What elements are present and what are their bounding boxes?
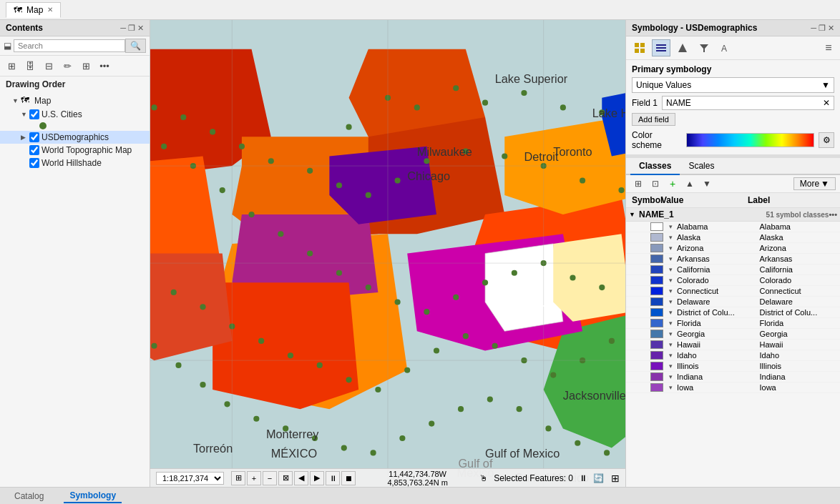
sym-overflow-btn[interactable]: ≡ <box>821 41 836 55</box>
sym-state-row[interactable]: ▾ District of Colu... District of Colu..… <box>626 307 840 318</box>
expand-usdem-icon[interactable]: ▶ <box>21 134 29 141</box>
sym-swatch[interactable] <box>650 372 663 381</box>
svg-point-73 <box>609 338 615 344</box>
map-tab-close[interactable]: ✕ <box>47 6 53 14</box>
nav-left-btn[interactable]: ⊞ <box>231 471 245 485</box>
sym-filter-btn[interactable] <box>695 39 713 56</box>
layer-item-world-topo[interactable]: World Topographic Map <box>0 144 150 157</box>
group-ellipsis-btn[interactable]: ••• <box>829 210 837 219</box>
sym-swatch[interactable] <box>650 244 663 252</box>
sym-primary-btn[interactable] <box>652 39 670 56</box>
sym-vary-btn[interactable] <box>673 39 692 56</box>
sym-state-row[interactable]: ▾ Alabama Alabama <box>626 222 840 232</box>
sym-state-row[interactable]: ▾ Florida Florida <box>626 318 840 329</box>
map-tab[interactable]: 🗺 Map ✕ <box>6 2 61 18</box>
nav-zoom-out-btn[interactable]: − <box>263 471 277 485</box>
list-view-btn[interactable]: ⊞ <box>4 58 19 74</box>
panel-close-btn[interactable]: ✕ <box>137 24 144 33</box>
sym-row-swatch-area <box>648 330 669 338</box>
unique-values-dropdown[interactable]: Unique Values ▼ <box>632 77 834 93</box>
sym-down-btn[interactable]: ▼ <box>699 177 715 191</box>
sym-swatch[interactable] <box>650 362 663 370</box>
add-field-button[interactable]: Add field <box>632 113 675 126</box>
sym-state-row[interactable]: ▾ Idaho Idaho <box>626 350 840 361</box>
sym-swatch[interactable] <box>650 297 663 306</box>
sym-minimize-btn[interactable]: ─ <box>811 24 816 33</box>
sym-state-row[interactable]: ▾ Alaska Alaska <box>626 232 840 243</box>
sym-add-btn[interactable]: + <box>665 177 680 191</box>
sym-swatch[interactable] <box>650 330 663 338</box>
search-input[interactable] <box>14 39 125 52</box>
sym-select-all-btn[interactable]: ⊞ <box>630 177 646 191</box>
sym-state-row[interactable]: ▾ Illinois Illinois <box>626 361 840 372</box>
filter-btn[interactable]: ⊟ <box>41 58 57 74</box>
nav-full-extent-btn[interactable]: ⊠ <box>278 471 293 485</box>
sym-state-row[interactable]: ▾ Arkansas Arkansas <box>626 254 840 265</box>
sym-list: ▾ Alabama Alabama ▾ Alaska Alaska ▾ Ariz… <box>626 222 840 487</box>
sym-state-row[interactable]: ▾ California California <box>626 265 840 275</box>
sym-state-row[interactable]: ▾ Indiana Indiana <box>626 372 840 382</box>
sym-state-row[interactable]: ▾ Delaware Delaware <box>626 297 840 307</box>
sym-state-row[interactable]: ▾ Arizona Arizona <box>626 243 840 254</box>
field1-input[interactable]: NAME ✕ <box>662 96 834 110</box>
sym-up-btn[interactable]: ▲ <box>682 177 698 191</box>
sym-swatch[interactable] <box>650 308 663 317</box>
sym-swatch[interactable] <box>650 222 663 231</box>
sym-close-btn[interactable]: ✕ <box>828 24 834 33</box>
panel-restore-btn[interactable]: ❐ <box>128 24 135 33</box>
sym-swatch[interactable] <box>650 233 663 242</box>
pause-sync-btn[interactable]: ⏸ <box>579 473 587 483</box>
catalog-tab[interactable]: Catalog <box>9 490 49 503</box>
sym-swatch[interactable] <box>650 265 663 274</box>
sym-restore-btn[interactable]: ❐ <box>819 24 826 33</box>
svg-point-58 <box>336 270 342 276</box>
color-scheme-settings-btn[interactable]: ⚙ <box>819 132 834 148</box>
group-expand-icon[interactable]: ▼ <box>629 211 639 218</box>
sym-state-row[interactable]: ▾ Georgia Georgia <box>626 329 840 340</box>
nav-stop-btn[interactable]: ⏹ <box>341 471 356 485</box>
nav-next-extent-btn[interactable]: ▶ <box>310 471 324 485</box>
sym-state-row[interactable]: ▾ Hawaii Hawaii <box>626 340 840 350</box>
world-topo-checkbox[interactable] <box>29 145 39 155</box>
panel-minimize-btn[interactable]: ─ <box>120 24 126 33</box>
more-button[interactable]: More ▼ <box>793 177 836 190</box>
refresh-btn[interactable]: 🔄 <box>593 473 604 483</box>
usdem-checkbox[interactable] <box>29 132 39 142</box>
layer-item-map[interactable]: ▼ 🗺 Map <box>0 94 150 108</box>
nav-zoom-in-btn[interactable]: + <box>247 471 261 485</box>
layer-item-usdemographics[interactable]: ▶ USDemographics <box>0 131 150 144</box>
edit-btn[interactable]: ✏ <box>59 58 75 74</box>
world-hillshade-checkbox[interactable] <box>29 158 39 168</box>
map-corner-btn[interactable]: ⊞ <box>611 473 620 484</box>
sym-swatch[interactable] <box>650 276 663 285</box>
sym-gallery-btn[interactable] <box>630 39 649 56</box>
expand-map-icon[interactable]: ▼ <box>12 97 21 104</box>
tab-classes[interactable]: Classes <box>630 158 680 175</box>
sym-labels-btn[interactable]: A <box>716 39 735 56</box>
sym-swatch[interactable] <box>650 319 663 327</box>
sym-state-row[interactable]: ▾ Iowa Iowa <box>626 382 840 393</box>
sym-swatch[interactable] <box>650 287 663 295</box>
search-button[interactable]: 🔍 <box>125 39 146 53</box>
sym-state-row[interactable]: ▾ Connecticut Connecticut <box>626 286 840 297</box>
database-btn[interactable]: 🗄 <box>22 58 38 74</box>
sym-swatch[interactable] <box>650 255 663 263</box>
layer-item-us-cities[interactable]: ▼ U.S. Cities <box>0 108 150 121</box>
more-tools-btn[interactable]: ••• <box>97 58 112 74</box>
nav-prev-extent-btn[interactable]: ◀ <box>294 471 308 485</box>
sym-swatch[interactable] <box>650 383 663 392</box>
symbology-tab[interactable]: Symbology <box>64 489 122 503</box>
layer-item-world-hillshade[interactable]: World Hillshade <box>0 157 150 169</box>
tab-scales[interactable]: Scales <box>680 158 723 175</box>
sym-swatch[interactable] <box>650 351 663 360</box>
grid-btn[interactable]: ⊞ <box>78 58 94 74</box>
map-area[interactable]: Lake Superior Lake Huron Toronto Ottawa … <box>150 20 625 487</box>
color-scheme-bar[interactable] <box>686 133 814 147</box>
us-cities-checkbox[interactable] <box>29 109 39 119</box>
scale-selector[interactable]: 1:18,217,374 <box>156 472 224 485</box>
sym-state-row[interactable]: ▾ Colorado Colorado <box>626 275 840 286</box>
sym-swatch[interactable] <box>650 340 663 349</box>
expand-cities-icon[interactable]: ▼ <box>21 111 29 118</box>
nav-pause-btn[interactable]: ⏸ <box>326 471 340 485</box>
sym-copy-btn[interactable]: ⊡ <box>648 177 663 191</box>
